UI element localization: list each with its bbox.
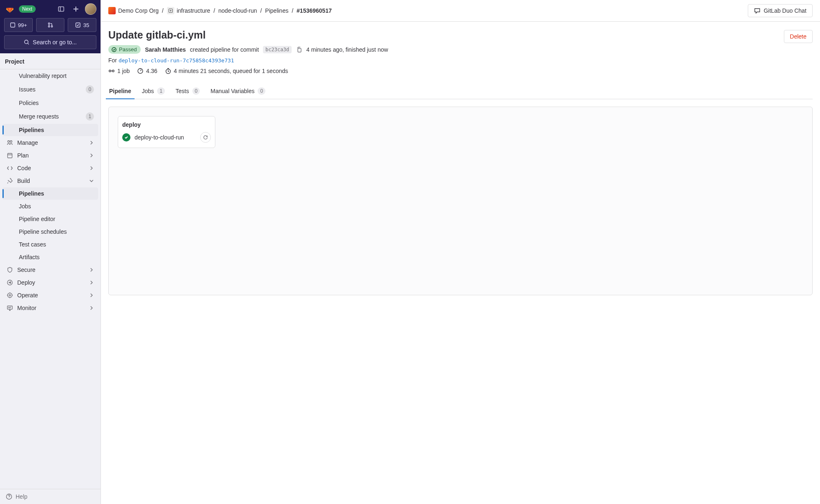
job-row[interactable]: deploy-to-cloud-run <box>122 132 211 143</box>
sidebar-item-merge-requests[interactable]: Merge requests 1 <box>2 109 98 123</box>
breadcrumb-label: Demo Corp Org <box>118 7 159 14</box>
sidebar-item-vuln-report[interactable]: Vulnerability report <box>2 70 98 82</box>
sidebar-group-operate[interactable]: Operate <box>2 289 98 301</box>
todo-icon <box>75 22 81 28</box>
plan-icon <box>7 152 13 159</box>
sidebar-header: Next 99+ 35 Search or <box>0 0 101 53</box>
sidebar-item-test-cases[interactable]: Test cases <box>2 238 98 251</box>
sidebar-item-pipelines[interactable]: Pipelines <box>2 187 98 200</box>
commit-sha[interactable]: bc23ca3d <box>263 46 292 53</box>
create-new-icon[interactable] <box>70 3 82 15</box>
chevron-right-icon <box>89 153 94 158</box>
collapse-sidebar-icon[interactable] <box>55 3 67 15</box>
sidebar-group-secure[interactable]: Secure <box>2 264 98 276</box>
chevron-right-icon <box>89 293 94 298</box>
sidebar-item-jobs[interactable]: Jobs <box>2 200 98 212</box>
sidebar-item-pipelines-top[interactable]: Pipelines <box>2 124 98 136</box>
sidebar-item-policies[interactable]: Policies <box>2 97 98 109</box>
stat-value: 4 minutes 21 seconds, queued for 1 secon… <box>174 68 288 74</box>
job-status-passed-icon <box>122 133 130 141</box>
breadcrumb-section[interactable]: Pipelines <box>265 7 288 14</box>
stat-duration: 4 minutes 21 seconds, queued for 1 secon… <box>165 68 288 74</box>
svg-point-19 <box>109 70 111 72</box>
breadcrumb-label: Pipelines <box>265 7 288 14</box>
breadcrumb-org[interactable]: Demo Corp Org <box>108 7 159 14</box>
tab-label: Pipeline <box>109 88 131 94</box>
chevron-right-icon <box>89 280 94 285</box>
pipeline-meta: Passed Sarah Matthies created pipeline f… <box>108 45 813 54</box>
help-button[interactable]: Help <box>0 489 101 504</box>
job-retry-button[interactable] <box>200 132 211 143</box>
page-title: Update gitlab-ci.yml <box>108 29 206 41</box>
sidebar-item-pipeline-schedules[interactable]: Pipeline schedules <box>2 226 98 238</box>
sidebar-group-manage[interactable]: Manage <box>2 137 98 149</box>
group-avatar-icon <box>167 7 174 14</box>
sidebar-group-deploy[interactable]: Deploy <box>2 276 98 289</box>
chat-icon <box>754 7 761 14</box>
gauge-icon <box>137 68 144 74</box>
user-avatar[interactable] <box>85 3 96 15</box>
top-bar: Demo Corp Org / infrastructure / node-cl… <box>101 0 820 22</box>
assigned-issues-count: 99+ <box>18 22 27 28</box>
sidebar-item-issues[interactable]: Issues 0 <box>2 82 98 96</box>
chevron-right-icon <box>89 166 94 171</box>
stat-value: 4.36 <box>146 68 157 74</box>
breadcrumb-label: #1536960517 <box>297 7 332 14</box>
tab-pipeline[interactable]: Pipeline <box>108 83 132 99</box>
search-button[interactable]: Search or go to... <box>4 35 96 49</box>
tab-tests[interactable]: Tests 0 <box>175 83 201 99</box>
chevron-down-icon <box>89 178 94 183</box>
sidebar-item-label: Vulnerability report <box>19 73 66 79</box>
breadcrumb-project[interactable]: node-cloud-run <box>218 7 257 14</box>
todos-count: 35 <box>83 22 89 28</box>
svg-point-9 <box>10 141 12 142</box>
tab-label: Jobs <box>142 88 154 94</box>
manage-icon <box>7 139 13 146</box>
monitor-icon <box>7 305 13 311</box>
chevron-right-icon <box>89 267 94 272</box>
assigned-issues-counter[interactable]: 99+ <box>4 18 33 32</box>
branch-link[interactable]: deploy-to-cloud-run-7c75858c4393e731 <box>119 57 234 64</box>
retry-icon <box>203 135 208 140</box>
author-name[interactable]: Sarah Matthies <box>145 46 186 53</box>
pipeline-time: 4 minutes ago, finished just now <box>306 46 388 53</box>
todos-counter[interactable]: 35 <box>68 18 96 32</box>
sidebar-item-label: Pipelines <box>19 190 44 197</box>
sidebar-item-artifacts[interactable]: Artifacts <box>2 251 98 263</box>
duo-chat-button[interactable]: GitLab Duo Chat <box>748 4 813 17</box>
tabs: Pipeline Jobs 1 Tests 0 Manual Variables… <box>108 83 813 99</box>
tab-label: Tests <box>176 88 189 94</box>
sidebar-group-monitor[interactable]: Monitor <box>2 302 98 314</box>
pipeline-stats: 1 job 4.36 4 minutes 21 seconds, queued … <box>108 68 813 74</box>
issue-icon <box>10 22 16 28</box>
breadcrumb-group[interactable]: infrastructure <box>167 7 210 14</box>
stat-jobs: 1 job <box>108 68 130 74</box>
operate-icon <box>7 292 13 299</box>
sidebar-item-pipeline-editor[interactable]: Pipeline editor <box>2 213 98 225</box>
sidebar-group-build[interactable]: Build <box>2 175 98 187</box>
sidebar-group-plan[interactable]: Plan <box>2 149 98 162</box>
duo-chat-label: GitLab Duo Chat <box>764 7 806 14</box>
assigned-mrs-counter[interactable] <box>36 18 65 32</box>
breadcrumbs: Demo Corp Org / infrastructure / node-cl… <box>108 7 745 14</box>
tab-label: Manual Variables <box>210 88 254 94</box>
tab-manual-variables[interactable]: Manual Variables 0 <box>210 83 266 99</box>
sidebar-group-code[interactable]: Code <box>2 162 98 174</box>
svg-rect-14 <box>7 306 12 309</box>
copy-sha-icon[interactable] <box>296 46 302 53</box>
sidebar-section-title: Project <box>0 53 101 69</box>
sidebar-group-label: Code <box>17 165 31 171</box>
sidebar-item-label: Artifacts <box>19 254 40 260</box>
gitlab-logo-icon[interactable] <box>4 3 16 15</box>
chevron-right-icon <box>89 140 94 145</box>
sidebar-item-badge: 1 <box>86 112 94 121</box>
tab-jobs[interactable]: Jobs 1 <box>141 83 166 99</box>
sidebar-item-label: Pipeline schedules <box>19 228 67 235</box>
status-badge: Passed <box>108 45 141 54</box>
stat-value: 1 job <box>117 68 130 74</box>
sidebar-group-label: Deploy <box>17 279 35 286</box>
delete-button[interactable]: Delete <box>784 30 813 43</box>
build-icon <box>7 178 13 184</box>
job-name: deploy-to-cloud-run <box>135 134 196 141</box>
help-label: Help <box>16 493 27 500</box>
